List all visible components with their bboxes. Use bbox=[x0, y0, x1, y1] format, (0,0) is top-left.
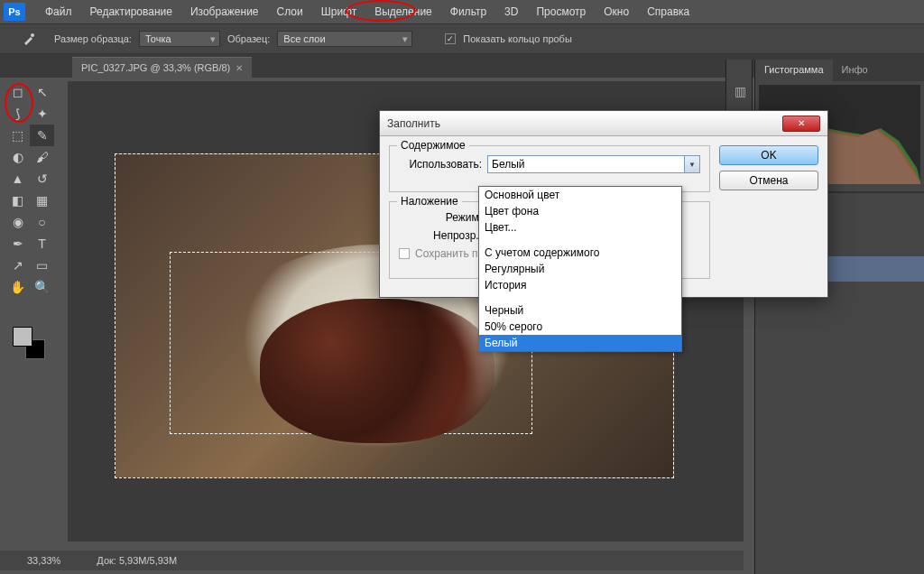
foreground-swatch[interactable] bbox=[13, 327, 32, 347]
toolbox: ◻↖⟆✦⬚✎◐🖌▲↺◧▦◉○✒T↗▭✋🔍 bbox=[5, 81, 54, 298]
image-content-food bbox=[260, 299, 494, 443]
dropdown-item[interactable]: Черный bbox=[479, 302, 681, 319]
menu-файл[interactable]: Файл bbox=[36, 2, 81, 22]
heal-icon[interactable]: ◐ bbox=[5, 146, 30, 168]
dodge-icon[interactable]: ○ bbox=[30, 211, 54, 233]
dropdown-item[interactable]: Белый bbox=[479, 335, 681, 351]
menu-выделение[interactable]: Выделение bbox=[365, 2, 441, 22]
cancel-button[interactable]: Отмена bbox=[719, 171, 818, 190]
document-tab-label: PIC_0327.JPG @ 33,3% (RGB/8) bbox=[81, 62, 230, 73]
dropdown-item[interactable]: Основной цвет bbox=[479, 187, 681, 203]
dropdown-item[interactable]: Регулярный bbox=[479, 261, 681, 277]
wand-icon[interactable]: ✦ bbox=[30, 103, 54, 125]
marquee-icon[interactable]: ◻ bbox=[5, 81, 30, 103]
panel-tab-group-histogram: Гистограмма Инфо bbox=[755, 60, 924, 81]
menu-bar: Ps ФайлРедактированиеИзображениеСлоиШриф… bbox=[0, 0, 924, 23]
menu-слои[interactable]: Слои bbox=[268, 2, 312, 22]
doc-size: Док: 5,93M/5,93M bbox=[97, 555, 177, 566]
menu-изображение[interactable]: Изображение bbox=[181, 2, 268, 22]
gradient-icon[interactable]: ▦ bbox=[30, 190, 54, 211]
menu-3d[interactable]: 3D bbox=[495, 2, 527, 22]
sample-label: Образец: bbox=[227, 33, 270, 44]
zoom-icon[interactable]: 🔍 bbox=[30, 276, 54, 298]
sample-size-select[interactable]: Точка bbox=[139, 31, 220, 47]
dropdown-separator bbox=[479, 293, 681, 302]
menu-редактирование[interactable]: Редактирование bbox=[81, 2, 181, 22]
use-dropdown-list[interactable]: Основной цветЦвет фонаЦвет...С учетом со… bbox=[478, 186, 682, 352]
dialog-title: Заполнить bbox=[387, 117, 440, 130]
menu-просмотр[interactable]: Просмотр bbox=[527, 2, 595, 22]
dropdown-item[interactable]: С учетом содержимого bbox=[479, 245, 681, 261]
dropdown-item[interactable]: 50% серого bbox=[479, 319, 681, 335]
preserve-checkbox[interactable] bbox=[399, 248, 410, 259]
hand-icon[interactable]: ✋ bbox=[5, 276, 30, 298]
use-label: Использовать: bbox=[399, 158, 482, 171]
crop-icon[interactable]: ⬚ bbox=[5, 125, 30, 146]
menu-окно[interactable]: Окно bbox=[595, 2, 638, 22]
type-icon[interactable]: T bbox=[30, 233, 54, 255]
lasso-icon[interactable]: ⟆ bbox=[5, 103, 30, 125]
close-icon[interactable]: ✕ bbox=[236, 63, 243, 73]
blur-icon[interactable]: ◉ bbox=[5, 211, 30, 233]
stamp-icon[interactable]: ▲ bbox=[5, 168, 30, 190]
color-swatches[interactable] bbox=[13, 327, 45, 359]
app-logo: Ps bbox=[4, 3, 25, 21]
show-ring-checkbox[interactable]: ✓ bbox=[445, 33, 456, 44]
move-icon[interactable]: ↖ bbox=[30, 81, 54, 103]
mode-label: Режим: bbox=[399, 211, 482, 224]
dialog-close-button[interactable]: ✕ bbox=[782, 116, 820, 132]
sample-select[interactable]: Все слои bbox=[277, 31, 412, 47]
brush-icon[interactable]: 🖌 bbox=[30, 146, 54, 168]
dropdown-separator bbox=[479, 236, 681, 245]
dock-icon-1[interactable]: ▥ bbox=[726, 78, 753, 105]
use-select[interactable]: Белый ▼ bbox=[487, 155, 700, 173]
menu-фильтр[interactable]: Фильтр bbox=[441, 2, 495, 22]
chevron-down-icon[interactable]: ▼ bbox=[684, 156, 699, 172]
menu-справка[interactable]: Справка bbox=[638, 2, 698, 22]
fieldset-blending-legend: Наложение bbox=[397, 195, 462, 208]
options-bar: Размер образца: Точка Образец: Все слои … bbox=[0, 23, 924, 54]
shape-icon[interactable]: ▭ bbox=[30, 255, 54, 276]
tool-preset-icon[interactable] bbox=[11, 28, 47, 50]
dropdown-item[interactable]: Цвет... bbox=[479, 219, 681, 236]
eraser-icon[interactable]: ◧ bbox=[5, 190, 30, 211]
show-ring-label: Показать кольцо пробы bbox=[463, 33, 572, 44]
zoom-level[interactable]: 33,33% bbox=[27, 555, 60, 566]
fieldset-contents-legend: Содержимое bbox=[397, 139, 469, 152]
tab-info[interactable]: Инфо bbox=[833, 60, 877, 81]
eyedropper-icon[interactable]: ✎ bbox=[30, 125, 54, 146]
document-tab[interactable]: PIC_0327.JPG @ 33,3% (RGB/8) ✕ bbox=[72, 57, 252, 78]
path-icon[interactable]: ↗ bbox=[5, 255, 30, 276]
dropdown-item[interactable]: История bbox=[479, 277, 681, 293]
opacity-label: Непрозр.: bbox=[399, 229, 482, 242]
tab-histogram[interactable]: Гистограмма bbox=[755, 60, 833, 81]
menu-шрифт[interactable]: Шрифт bbox=[312, 2, 365, 22]
svg-point-0 bbox=[31, 33, 34, 37]
pen-icon[interactable]: ✒ bbox=[5, 233, 30, 255]
ok-button[interactable]: OK bbox=[719, 145, 818, 165]
dropdown-item[interactable]: Цвет фона bbox=[479, 203, 681, 219]
sample-size-label: Размер образца: bbox=[54, 33, 132, 44]
history-brush-icon[interactable]: ↺ bbox=[30, 168, 54, 190]
preserve-label: Сохранить пр bbox=[415, 247, 484, 260]
status-bar: 33,33% Док: 5,93M/5,93M bbox=[0, 551, 744, 570]
dialog-titlebar[interactable]: Заполнить ✕ bbox=[380, 111, 827, 136]
